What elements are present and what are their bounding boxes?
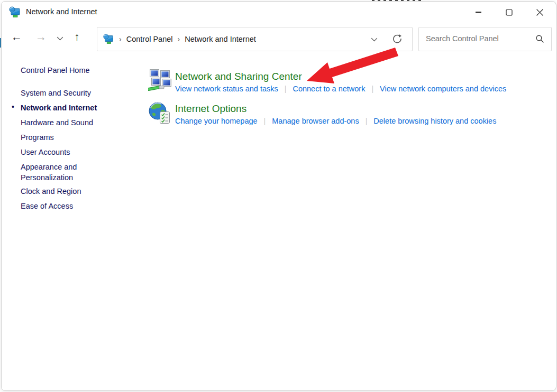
address-dropdown-chevron[interactable] <box>371 38 378 42</box>
sidebar-item-programs[interactable]: Programs <box>21 132 101 143</box>
sidebar-item-system-and-security[interactable]: System and Security <box>21 88 101 98</box>
sidebar-item-ease-of-access[interactable]: Ease of Access <box>21 201 101 211</box>
link-separator: | <box>366 117 368 125</box>
link-view-network-computers-and-devices[interactable]: View network computers and devices <box>380 85 506 93</box>
section-links-network: View network status and tasks | Connect … <box>175 85 506 93</box>
active-item-bullet: • <box>12 102 14 111</box>
breadcrumb-item-control-panel[interactable]: Control Panel <box>126 35 173 43</box>
section-title-internet-options[interactable]: Internet Options <box>175 103 246 115</box>
network-monitor-globe-icon <box>8 6 21 21</box>
sidebar-item-clock-and-region[interactable]: Clock and Region <box>21 186 101 197</box>
section-links-internet: Change your homepage | Manage browser ad… <box>175 117 496 125</box>
forward-button[interactable]: → <box>35 31 47 42</box>
link-separator: | <box>371 85 373 93</box>
maximize-button[interactable] <box>494 2 524 23</box>
up-button[interactable]: ↑ <box>74 31 80 42</box>
close-button[interactable] <box>524 2 555 23</box>
sidebar-item-control-panel-home[interactable]: Control Panel Home <box>21 66 105 74</box>
close-icon <box>536 9 543 16</box>
titlebar: Network and Internet <box>2 2 556 24</box>
minimize-icon <box>476 12 481 12</box>
link-separator: | <box>285 85 287 93</box>
search-box <box>418 27 552 51</box>
link-view-network-status-and-tasks[interactable]: View network status and tasks <box>175 85 278 93</box>
sidebar-item-hardware-and-sound[interactable]: Hardware and Sound <box>21 117 101 128</box>
window-title: Network and Internet <box>26 7 97 16</box>
search-icon[interactable] <box>535 34 544 43</box>
link-connect-to-a-network[interactable]: Connect to a network <box>293 85 365 93</box>
link-separator: | <box>264 117 266 125</box>
recent-locations-chevron[interactable] <box>57 36 63 41</box>
link-delete-browsing-history-and-cookies[interactable]: Delete browsing history and cookies <box>373 117 496 125</box>
minimize-button[interactable] <box>463 2 494 23</box>
breadcrumb-item-network-and-internet[interactable]: Network and Internet <box>185 35 256 43</box>
link-change-your-homepage[interactable]: Change your homepage <box>175 117 258 125</box>
search-input[interactable] <box>419 27 537 50</box>
section-title-network-and-sharing-center[interactable]: Network and Sharing Center <box>175 71 302 82</box>
breadcrumb-separator: › <box>178 35 180 43</box>
internet-globe-checklist-icon[interactable] <box>148 101 172 127</box>
breadcrumb-separator: › <box>119 35 122 43</box>
breadcrumb: › Control Panel › Network and Internet <box>103 27 256 51</box>
refresh-icon[interactable] <box>392 34 403 44</box>
sidebar-item-appearance-and-personalization[interactable]: Appearance and Personalization <box>21 162 101 183</box>
network-computers-icon[interactable] <box>148 68 172 94</box>
link-manage-browser-add-ons[interactable]: Manage browser add-ons <box>272 117 359 125</box>
maximize-icon <box>506 9 513 16</box>
sidebar-item-user-accounts[interactable]: User Accounts <box>21 147 101 157</box>
sidebar-item-network-and-internet[interactable]: Network and Internet <box>21 102 101 113</box>
breadcrumb-location-icon <box>103 33 114 45</box>
address-bar[interactable]: › Control Panel › Network and Internet <box>97 27 413 51</box>
caption-buttons <box>463 2 555 23</box>
back-button[interactable]: ← <box>11 31 22 42</box>
control-panel-window: Network and Internet ← → ↑ <box>1 1 556 391</box>
